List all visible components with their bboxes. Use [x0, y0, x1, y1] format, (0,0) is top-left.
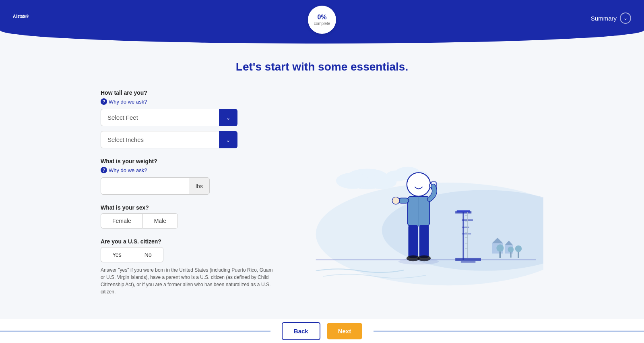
- citizenship-field-group: Are you a U.S. citizen? Yes No Answer "y…: [101, 238, 278, 295]
- summary-chevron-icon: ⌄: [620, 12, 631, 24]
- svg-point-46: [398, 259, 439, 265]
- header: Allstate® 0% complete Summary ⌄: [0, 0, 644, 36]
- svg-rect-17: [518, 252, 519, 258]
- weight-input-row: lbs: [101, 177, 189, 195]
- svg-point-6: [386, 170, 408, 181]
- illustration-area: [294, 89, 543, 305]
- progress-indicator: 0% complete: [308, 6, 336, 34]
- citizenship-radio-group: Yes No: [101, 247, 278, 262]
- height-label: How tall are you?: [101, 89, 278, 96]
- svg-rect-22: [455, 258, 481, 261]
- feet-select[interactable]: Select Feet 4 ft 5 ft 6 ft 7 ft: [101, 109, 237, 126]
- sex-label: What is your sex?: [101, 204, 278, 211]
- svg-rect-23: [461, 261, 475, 263]
- weight-why-ask-label: Why do we ask?: [109, 167, 147, 173]
- progress-label: complete: [314, 21, 330, 26]
- svg-rect-40: [398, 198, 409, 203]
- svg-rect-42: [408, 225, 418, 258]
- citizenship-yes-button[interactable]: Yes: [101, 247, 133, 262]
- back-button[interactable]: Back: [282, 322, 320, 340]
- feet-select-wrapper: Select Feet 4 ft 5 ft 6 ft 7 ft ⌄: [101, 109, 237, 126]
- svg-point-16: [508, 247, 514, 253]
- svg-rect-19: [462, 212, 464, 260]
- weight-input[interactable]: [101, 177, 189, 195]
- sex-radio-group: Female Male: [101, 213, 278, 229]
- main-content: Let's start with some essentials. How ta…: [0, 36, 644, 343]
- sex-male-button[interactable]: Male: [142, 213, 178, 229]
- summary-button[interactable]: Summary ⌄: [591, 12, 631, 24]
- sex-female-button[interactable]: Female: [101, 213, 142, 229]
- svg-rect-26: [462, 233, 471, 235]
- height-field-group: How tall are you? ? Why do we ask? Selec…: [101, 89, 278, 148]
- form-illustration-wrapper: How tall are you? ? Why do we ask? Selec…: [101, 89, 543, 305]
- citizenship-note: Answer "yes" if you were born in the Uni…: [101, 266, 278, 295]
- summary-label: Summary: [591, 15, 617, 22]
- trademark: ®: [26, 14, 29, 19]
- page-title: Let's start with some essentials.: [236, 60, 408, 73]
- inches-select[interactable]: Select Inches 0 in 1 in 2 in 3 in 4 in 5…: [101, 131, 237, 148]
- svg-rect-21: [457, 210, 470, 212]
- inches-select-wrapper: Select Inches 0 in 1 in 2 in 3 in 4 in 5…: [101, 131, 237, 148]
- svg-point-14: [496, 244, 504, 252]
- weight-field-group: What is your weight? ? Why do we ask? lb…: [101, 158, 278, 195]
- question-icon-weight: ?: [101, 167, 107, 173]
- svg-point-3: [336, 173, 369, 189]
- next-button[interactable]: Next: [327, 323, 363, 339]
- svg-point-41: [392, 197, 399, 204]
- weight-why-ask[interactable]: ? Why do we ask?: [101, 167, 278, 173]
- citizenship-label: Are you a U.S. citizen?: [101, 238, 278, 245]
- question-icon: ?: [101, 98, 107, 105]
- height-why-ask[interactable]: ? Why do we ask?: [101, 98, 278, 105]
- height-why-ask-label: Why do we ask?: [109, 99, 147, 105]
- weight-label: What is your weight?: [101, 158, 278, 164]
- svg-point-18: [515, 245, 522, 252]
- svg-rect-27: [467, 212, 468, 258]
- sex-field-group: What is your sex? Female Male: [101, 204, 278, 229]
- svg-point-35: [407, 173, 430, 196]
- svg-rect-43: [419, 225, 429, 258]
- form-section: How tall are you? ? Why do we ask? Selec…: [101, 89, 278, 305]
- citizenship-no-button[interactable]: No: [133, 247, 163, 262]
- allstate-logo: Allstate®: [13, 12, 29, 25]
- svg-rect-15: [510, 252, 512, 258]
- progress-percentage: 0%: [317, 14, 326, 21]
- illustration-svg: [294, 89, 543, 305]
- weight-unit: lbs: [189, 177, 210, 195]
- bottom-navigation-bar: Back Next: [0, 319, 644, 343]
